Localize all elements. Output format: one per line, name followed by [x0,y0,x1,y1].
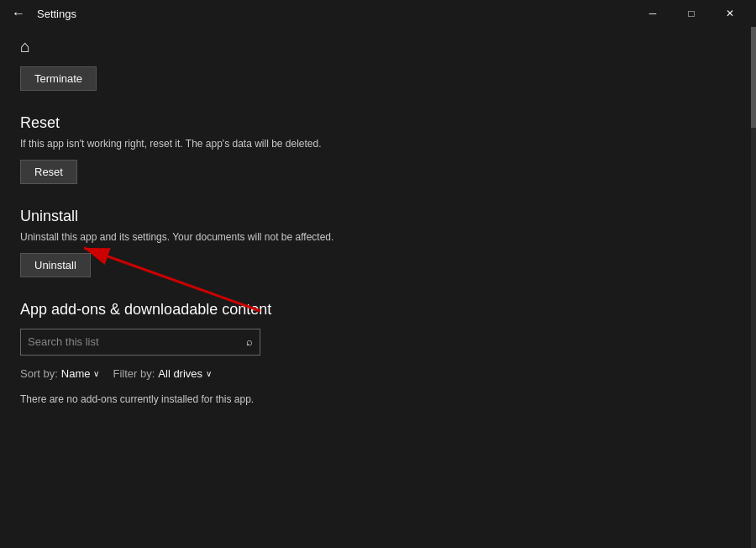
sort-by-control[interactable]: Sort by: Name ∨ [20,367,99,380]
addons-title: App add-ons & downloadable content [20,301,736,319]
titlebar-title: Settings [37,8,76,20]
titlebar-left: ← Settings [7,3,76,24]
reset-button[interactable]: Reset [20,160,77,184]
minimize-button[interactable]: ─ [633,0,672,27]
no-addons-text: There are no add-ons currently installed… [20,393,736,405]
filter-label: Filter by: [113,367,155,380]
back-button[interactable]: ← [7,3,30,24]
addons-section: App add-ons & downloadable content ⌕ Sor… [20,301,736,405]
search-icon[interactable]: ⌕ [239,332,260,351]
search-box: ⌕ [20,329,260,356]
titlebar: ← Settings ─ □ ✕ [0,0,756,27]
uninstall-section: Uninstall Uninstall this app and its set… [20,208,736,277]
uninstall-button[interactable]: Uninstall [20,253,91,277]
maximize-button[interactable]: □ [672,0,711,27]
close-button[interactable]: ✕ [711,0,749,27]
terminate-section: Terminate [20,66,736,91]
main-content: ⌂ Terminate Reset If this app isn't work… [0,27,756,548]
uninstall-title: Uninstall [20,208,736,225]
uninstall-description: Uninstall this app and its settings. You… [20,230,736,245]
terminate-button[interactable]: Terminate [20,66,97,91]
filter-value: All drives [158,367,202,380]
sort-label: Sort by: [20,367,58,380]
sort-value: Name [61,367,91,380]
reset-title: Reset [20,114,736,132]
filter-row: Sort by: Name ∨ Filter by: All drives ∨ [20,367,736,380]
filter-by-control[interactable]: Filter by: All drives ∨ [113,367,212,380]
filter-chevron-icon: ∨ [206,369,212,378]
reset-description: If this app isn't working right, reset i… [20,137,736,151]
titlebar-controls: ─ □ ✕ [633,0,749,27]
reset-section: Reset If this app isn't working right, r… [20,114,736,184]
home-icon[interactable]: ⌂ [20,37,736,56]
search-input[interactable] [21,332,239,351]
sort-chevron-icon: ∨ [93,369,99,378]
